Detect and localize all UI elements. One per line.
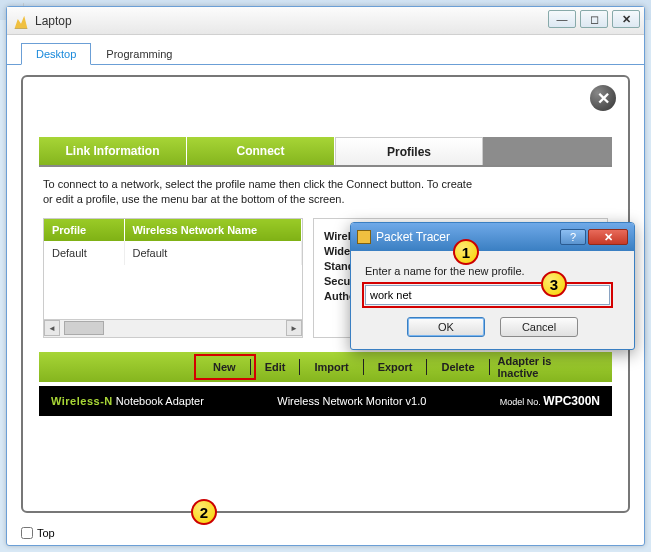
edit-button[interactable]: Edit xyxy=(251,359,301,375)
export-button[interactable]: Export xyxy=(364,359,428,375)
brand: Wireless-N Notebook Adapter xyxy=(51,395,204,407)
window-title: Laptop xyxy=(35,14,72,28)
top-checkbox[interactable] xyxy=(21,527,33,539)
minimize-button[interactable]: — xyxy=(548,10,576,28)
dialog-help-button[interactable]: ? xyxy=(560,229,586,245)
profile-name-input[interactable] xyxy=(365,285,610,305)
profiles-table: Profile Wireless Network Name Default De… xyxy=(43,218,303,338)
horizontal-scrollbar[interactable]: ◄ ► xyxy=(44,319,302,337)
nav-connect[interactable]: Connect xyxy=(187,137,335,165)
cell-wnn: Default xyxy=(124,241,302,265)
instructions: To connect to a network, select the prof… xyxy=(43,177,608,208)
titlebar: Laptop — ◻ ✕ xyxy=(7,7,644,35)
close-button[interactable]: ✕ xyxy=(612,10,640,28)
col-profile[interactable]: Profile xyxy=(44,219,124,241)
cancel-button[interactable]: Cancel xyxy=(500,317,578,337)
top-checkbox-label: Top xyxy=(37,527,55,539)
dialog-input-highlight xyxy=(365,285,610,305)
nav-remainder xyxy=(483,137,612,165)
adapter-status: Adapter is Inactive xyxy=(490,355,602,379)
ok-button[interactable]: OK xyxy=(407,317,485,337)
app-icon xyxy=(13,13,29,29)
nav-row: Link Information Connect Profiles xyxy=(23,137,628,165)
top-checkbox-row: Top xyxy=(21,527,55,539)
dialog-title: Packet Tracer xyxy=(376,230,450,244)
instructions-line: or edit a profile, use the menu bar at t… xyxy=(43,193,344,205)
scroll-thumb[interactable] xyxy=(64,321,104,335)
nav-profiles[interactable]: Profiles xyxy=(335,137,483,165)
brand-rest: Notebook Adapter xyxy=(113,395,204,407)
scroll-left-icon[interactable]: ◄ xyxy=(44,320,60,336)
annotation-marker-2: 2 xyxy=(191,499,217,525)
cell-profile: Default xyxy=(44,241,124,265)
dialog-body: Enter a name for the new profile. OK Can… xyxy=(351,251,634,349)
dialog-titlebar: Packet Tracer ? ✕ xyxy=(351,223,634,251)
col-wireless-network-name[interactable]: Wireless Network Name xyxy=(124,219,302,241)
panel-close-icon[interactable]: ✕ xyxy=(590,85,616,111)
brand-strong: Wireless-N xyxy=(51,395,113,407)
dialog-prompt: Enter a name for the new profile. xyxy=(365,265,620,277)
import-button[interactable]: Import xyxy=(300,359,363,375)
annotation-marker-1: 1 xyxy=(453,239,479,265)
tab-desktop[interactable]: Desktop xyxy=(21,43,91,65)
profiles-body[interactable]: Default Default xyxy=(44,241,302,319)
model-number: WPC300N xyxy=(543,394,600,408)
dialog-app-icon xyxy=(357,230,371,244)
annotation-marker-3: 3 xyxy=(541,271,567,297)
tab-programming[interactable]: Programming xyxy=(91,43,187,64)
delete-button[interactable]: Delete xyxy=(427,359,489,375)
instructions-line: To connect to a network, select the prof… xyxy=(43,178,472,190)
nav-link-information[interactable]: Link Information xyxy=(39,137,187,165)
new-profile-dialog: Packet Tracer ? ✕ Enter a name for the n… xyxy=(350,222,635,350)
model-label: Model No. xyxy=(500,397,541,407)
new-button[interactable]: New xyxy=(199,359,251,375)
inner-tabs: Desktop Programming xyxy=(7,35,644,65)
model: Model No. WPC300N xyxy=(500,394,600,408)
scroll-right-icon[interactable]: ► xyxy=(286,320,302,336)
action-bar: New Edit Import Export Delete Adapter is… xyxy=(39,352,612,382)
footer-bar: Wireless-N Notebook Adapter Wireless Net… xyxy=(39,386,612,416)
table-row[interactable]: Default Default xyxy=(44,241,302,265)
monitor-version: Wireless Network Monitor v1.0 xyxy=(204,395,500,407)
window-controls: — ◻ ✕ xyxy=(548,10,640,28)
dialog-close-button[interactable]: ✕ xyxy=(588,229,628,245)
maximize-button[interactable]: ◻ xyxy=(580,10,608,28)
